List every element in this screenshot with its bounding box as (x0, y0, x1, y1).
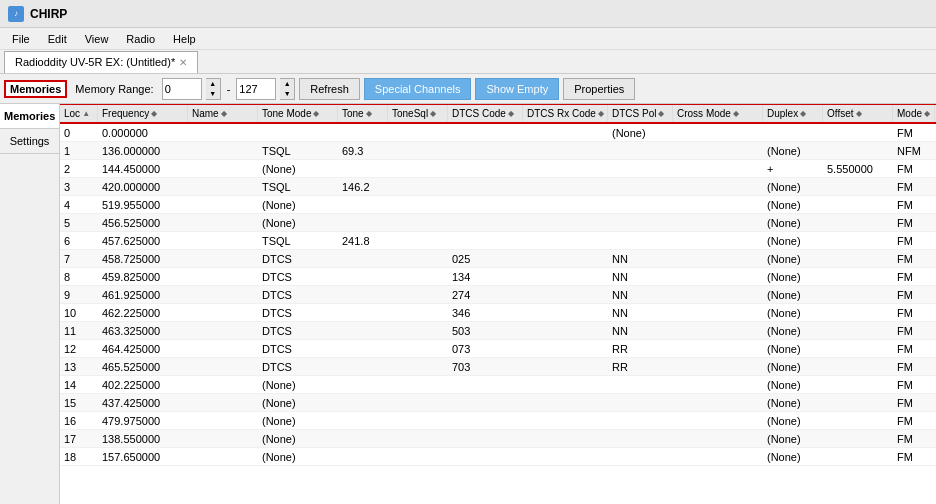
table-row[interactable]: 10462.225000DTCS346NN(None)FMHigh (60, 304, 936, 322)
col-header-tone[interactable]: Tone◆ (338, 105, 388, 122)
table-cell: 10 (60, 304, 98, 321)
table-cell: 402.225000 (98, 376, 188, 393)
table-cell: 420.000000 (98, 178, 188, 195)
table-cell (338, 358, 388, 375)
col-header-dtcsrx[interactable]: DTCS Rx Code◆ (523, 105, 608, 122)
table-row[interactable]: 3420.000000TSQL146.2(None)FMHigh (60, 178, 936, 196)
table-row[interactable]: 00.000000(None)FM (60, 124, 936, 142)
table-cell (523, 340, 608, 357)
tab-close-icon[interactable]: ✕ (179, 57, 187, 68)
table-row[interactable]: 7458.725000DTCS025NN(None)FMHigh (60, 250, 936, 268)
menu-radio[interactable]: Radio (118, 31, 163, 47)
table-cell: 13 (60, 358, 98, 375)
table-cell (823, 250, 893, 267)
table-cell (448, 376, 523, 393)
col-header-crossmode[interactable]: Cross Mode◆ (673, 105, 763, 122)
tab-main[interactable]: Radioddity UV-5R EX: (Untitled)* ✕ (4, 51, 198, 73)
table-cell: FM (893, 358, 935, 375)
table-cell (523, 250, 608, 267)
table-cell (523, 286, 608, 303)
table-row[interactable]: 11463.325000DTCS503NN(None)FMHigh (60, 322, 936, 340)
table-cell: FM (893, 412, 935, 429)
table-cell: 9 (60, 286, 98, 303)
table-cell (673, 322, 763, 339)
spin-up[interactable]: ▲ (206, 79, 220, 89)
table-cell: 437.425000 (98, 394, 188, 411)
col-header-dtcspol[interactable]: DTCS Pol◆ (608, 105, 673, 122)
table-cell (338, 286, 388, 303)
table-row[interactable]: 17138.550000(None)(None)FMHigh (60, 430, 936, 448)
memory-range-start[interactable] (162, 78, 202, 100)
table-cell (388, 358, 448, 375)
table-row[interactable]: 13465.525000DTCS703RR(None)FMHigh (60, 358, 936, 376)
table-cell (523, 322, 608, 339)
table-row[interactable]: 5456.525000(None)(None)FMHigh (60, 214, 936, 232)
table-cell (188, 160, 258, 177)
spin-down2[interactable]: ▼ (280, 89, 294, 99)
table-row[interactable]: 18157.650000(None)(None)FMHigh (60, 448, 936, 466)
spin-up2[interactable]: ▲ (280, 79, 294, 89)
table-cell: (None) (763, 142, 823, 159)
table-cell (188, 448, 258, 465)
table-cell (448, 196, 523, 213)
table-cell: DTCS (258, 358, 338, 375)
table-cell (258, 124, 338, 141)
col-header-dtcscode[interactable]: DTCS Code◆ (448, 105, 523, 122)
memory-range-end-spin[interactable]: ▲ ▼ (280, 78, 295, 100)
col-header-tonemode[interactable]: Tone Mode◆ (258, 105, 338, 122)
table-cell (338, 322, 388, 339)
table-row[interactable]: 14402.225000(None)(None)FMHigh (60, 376, 936, 394)
table-cell (823, 124, 893, 141)
col-header-loc[interactable]: Loc▲ (60, 105, 98, 122)
table-row[interactable]: 9461.925000DTCS274NN(None)FMHigh (60, 286, 936, 304)
menu-help[interactable]: Help (165, 31, 204, 47)
table-cell (823, 340, 893, 357)
col-header-duplex[interactable]: Duplex◆ (763, 105, 823, 122)
table-cell (823, 304, 893, 321)
col-header-frequency[interactable]: Frequency◆ (98, 105, 188, 122)
table-row[interactable]: 6457.625000TSQL241.8(None)FMHigh (60, 232, 936, 250)
table-cell (608, 448, 673, 465)
table-cell (448, 178, 523, 195)
table-row[interactable]: 4519.955000(None)(None)FMHigh (60, 196, 936, 214)
memory-range-end[interactable] (236, 78, 276, 100)
table-cell: 458.725000 (98, 250, 188, 267)
table-row[interactable]: 8459.825000DTCS134NN(None)FMHigh (60, 268, 936, 286)
menu-file[interactable]: File (4, 31, 38, 47)
table-cell: (None) (258, 160, 338, 177)
memory-range-start-spin[interactable]: ▲ ▼ (206, 78, 221, 100)
table-cell (448, 394, 523, 411)
table-cell: 479.975000 (98, 412, 188, 429)
properties-button[interactable]: Properties (563, 78, 635, 100)
table-cell: + (763, 160, 823, 177)
side-tab-settings[interactable]: Settings (0, 129, 59, 154)
col-header-name[interactable]: Name◆ (188, 105, 258, 122)
table-cell (448, 430, 523, 447)
col-header-mode[interactable]: Mode◆ (893, 105, 935, 122)
menu-edit[interactable]: Edit (40, 31, 75, 47)
table-row[interactable]: 2144.450000(None)+5.550000FMLowS (60, 160, 936, 178)
side-tab-memories[interactable]: Memories (0, 104, 59, 129)
table-cell (448, 448, 523, 465)
table-cell: FM (893, 340, 935, 357)
table-cell: (None) (258, 412, 338, 429)
table-cell (338, 160, 388, 177)
table-row[interactable]: 16479.975000(None)(None)FMHigh (60, 412, 936, 430)
table-cell: 17 (60, 430, 98, 447)
table-cell: FM (893, 160, 935, 177)
show-empty-button[interactable]: Show Empty (475, 78, 559, 100)
table-row[interactable]: 15437.425000(None)(None)FMHigh (60, 394, 936, 412)
table-row[interactable]: 12464.425000DTCS073RR(None)FMHigh (60, 340, 936, 358)
spin-down[interactable]: ▼ (206, 89, 220, 99)
table-cell (823, 268, 893, 285)
special-channels-button[interactable]: Special Channels (364, 78, 472, 100)
table-cell (188, 340, 258, 357)
col-header-offset[interactable]: Offset◆ (823, 105, 893, 122)
table-row[interactable]: 1136.000000TSQL69.3(None)NFMLow (60, 142, 936, 160)
refresh-button[interactable]: Refresh (299, 78, 360, 100)
table-cell: TSQL (258, 178, 338, 195)
table-cell (388, 250, 448, 267)
table-cell (523, 232, 608, 249)
col-header-tonesql[interactable]: ToneSql◆ (388, 105, 448, 122)
menu-view[interactable]: View (77, 31, 117, 47)
